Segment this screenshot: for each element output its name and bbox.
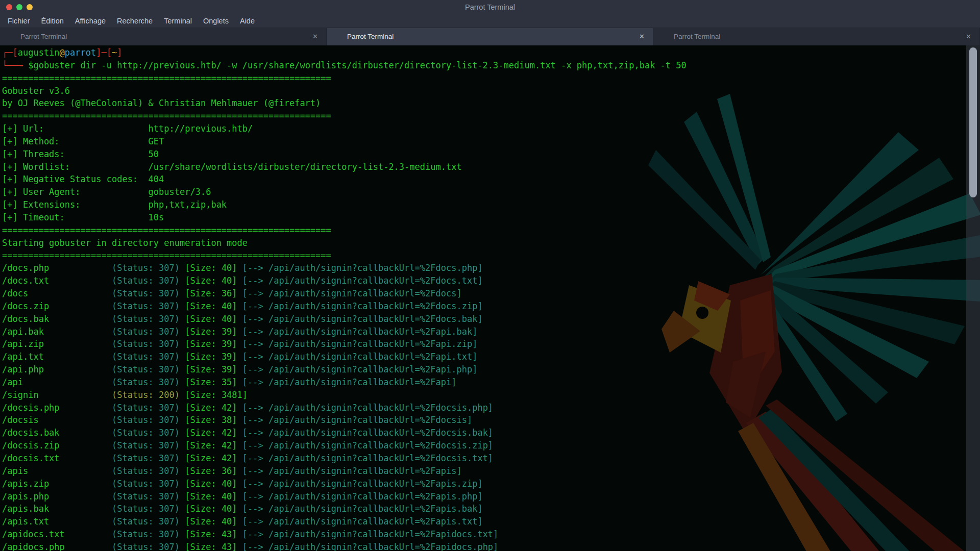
- menu-item[interactable]: Édition: [36, 14, 69, 28]
- terminal-line: /docs.zip (Status: 307) [Size: 40] [--> …: [2, 300, 966, 313]
- terminal-line: /api.zip (Status: 307) [Size: 39] [--> /…: [2, 338, 966, 350]
- terminal-line: [+] Wordlist: /usr/share/wordlists/dirbu…: [2, 161, 966, 173]
- terminal-line: /signin (Status: 200) [Size: 3481]: [2, 389, 966, 402]
- menu-item[interactable]: Recherche: [111, 14, 158, 28]
- titlebar: Parrot Terminal: [0, 0, 980, 14]
- terminal-line: Starting gobuster in directory enumerati…: [2, 237, 966, 249]
- terminal-line: ========================================…: [2, 110, 966, 122]
- terminal-tab[interactable]: Parrot Terminal✕: [327, 28, 653, 45]
- terminal-line: /docsis.zip (Status: 307) [Size: 42] [--…: [2, 439, 966, 452]
- tab-close-icon[interactable]: ✕: [639, 28, 645, 45]
- window-title: Parrot Terminal: [0, 0, 980, 14]
- terminal-line: [+] Extensions: php,txt,zip,bak: [2, 198, 966, 211]
- terminal-line: /apis.bak (Status: 307) [Size: 40] [--> …: [2, 503, 966, 515]
- terminal-tab[interactable]: Parrot Terminal✕: [0, 28, 327, 45]
- terminal-line: /apidocs.php (Status: 307) [Size: 43] [-…: [2, 541, 966, 551]
- terminal-line: /api.php (Status: 307) [Size: 39] [--> /…: [2, 363, 966, 376]
- terminal-line: /api.txt (Status: 307) [Size: 39] [--> /…: [2, 350, 966, 363]
- terminal-line: /docs.bak (Status: 307) [Size: 40] [--> …: [2, 313, 966, 325]
- tabbar: Parrot Terminal✕Parrot Terminal✕Parrot T…: [0, 28, 980, 45]
- terminal-line: /api (Status: 307) [Size: 35] [--> /api/…: [2, 376, 966, 389]
- terminal-line: ┌─[augustin@parrot]─[~]: [2, 46, 966, 59]
- menubar: FichierÉditionAffichageRechercheTerminal…: [0, 14, 980, 28]
- terminal-line: /apis (Status: 307) [Size: 36] [--> /api…: [2, 465, 966, 478]
- tab-label: Parrot Terminal: [20, 28, 67, 45]
- terminal-window: Parrot Terminal FichierÉditionAffichageR…: [0, 0, 980, 551]
- terminal-line: /apis.txt (Status: 307) [Size: 40] [--> …: [2, 515, 966, 528]
- terminal-line: /apidocs.txt (Status: 307) [Size: 43] [-…: [2, 528, 966, 541]
- menu-item[interactable]: Affichage: [69, 14, 111, 28]
- terminal-line: ========================================…: [2, 72, 966, 85]
- terminal-line: /docsis.txt (Status: 307) [Size: 42] [--…: [2, 452, 966, 465]
- terminal-line: └──╼ $gobuster dir -u http://previous.ht…: [2, 59, 966, 72]
- terminal-line: [+] Method: GET: [2, 135, 966, 148]
- tab-close-icon[interactable]: ✕: [312, 28, 318, 45]
- terminal-line: [+] Negative Status codes: 404: [2, 173, 966, 186]
- terminal-line: Gobuster v3.6: [2, 85, 966, 97]
- terminal-line: [+] Threads: 50: [2, 148, 966, 161]
- terminal-line: /apis.php (Status: 307) [Size: 40] [--> …: [2, 490, 966, 503]
- terminal-line: by OJ Reeves (@TheColonial) & Christian …: [2, 97, 966, 110]
- tab-label: Parrot Terminal: [347, 28, 394, 45]
- scrollbar[interactable]: [966, 45, 980, 551]
- terminal-output[interactable]: ┌─[augustin@parrot]─[~]└──╼ $gobuster di…: [0, 45, 966, 551]
- menu-item[interactable]: Terminal: [158, 14, 198, 28]
- terminal-line: /docsis.php (Status: 307) [Size: 42] [--…: [2, 402, 966, 414]
- terminal-line: ========================================…: [2, 249, 966, 262]
- menu-item[interactable]: Fichier: [2, 14, 36, 28]
- terminal-line: /docs.php (Status: 307) [Size: 40] [--> …: [2, 262, 966, 274]
- terminal-line: /docsis.bak (Status: 307) [Size: 42] [--…: [2, 427, 966, 439]
- terminal-line: /docs (Status: 307) [Size: 36] [--> /api…: [2, 287, 966, 300]
- terminal-line: /apis.zip (Status: 307) [Size: 40] [--> …: [2, 478, 966, 490]
- terminal-line: /docs.txt (Status: 307) [Size: 40] [--> …: [2, 274, 966, 287]
- scrollbar-thumb[interactable]: [969, 47, 977, 197]
- terminal-viewport[interactable]: ┌─[augustin@parrot]─[~]└──╼ $gobuster di…: [0, 45, 980, 551]
- tab-label: Parrot Terminal: [674, 28, 720, 45]
- terminal-line: [+] Timeout: 10s: [2, 211, 966, 224]
- terminal-line: ========================================…: [2, 224, 966, 237]
- terminal-tab[interactable]: Parrot Terminal✕: [653, 28, 980, 45]
- terminal-line: [+] Url: http://previous.htb/: [2, 122, 966, 135]
- terminal-line: [+] User Agent: gobuster/3.6: [2, 186, 966, 198]
- menu-item[interactable]: Onglets: [198, 14, 234, 28]
- tab-close-icon[interactable]: ✕: [966, 28, 971, 45]
- terminal-line: /api.bak (Status: 307) [Size: 39] [--> /…: [2, 325, 966, 338]
- menu-item[interactable]: Aide: [234, 14, 260, 28]
- terminal-line: /docsis (Status: 307) [Size: 38] [--> /a…: [2, 414, 966, 427]
